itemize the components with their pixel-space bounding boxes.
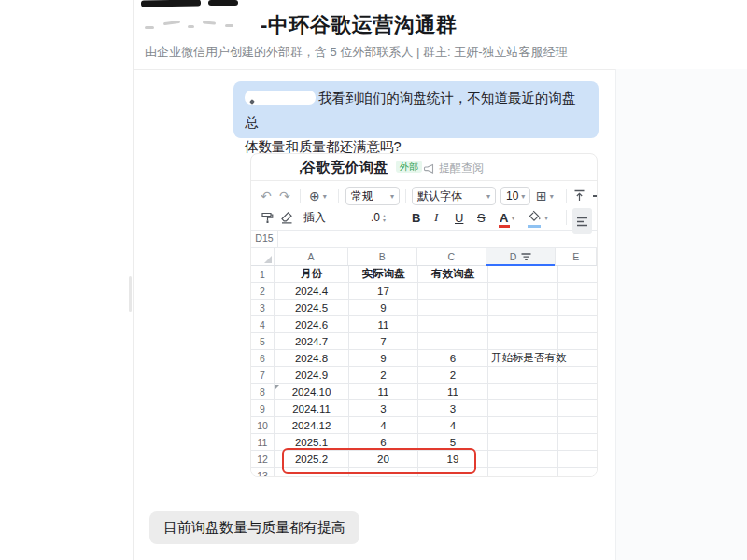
sheet-cell[interactable] [488, 384, 558, 400]
cell-name-box[interactable]: D15 [251, 231, 278, 247]
sheet-cell[interactable]: 20 [349, 451, 418, 468]
sheet-cell[interactable]: 5 [418, 434, 488, 451]
clear-format-button[interactable] [280, 208, 293, 227]
number-format-select[interactable]: 常规▾ [345, 187, 400, 205]
sheet-cell[interactable]: 有效询盘 [418, 266, 488, 283]
row-number[interactable]: 4 [251, 316, 275, 333]
sheet-cell[interactable] [488, 316, 558, 333]
sheet-cell[interactable]: 9 [349, 300, 418, 316]
sheet-cell[interactable]: 2024.12 [275, 417, 349, 434]
sheet-cell[interactable] [488, 400, 558, 417]
row-number[interactable]: 1 [251, 266, 275, 283]
font-size-select[interactable]: 10▾ [500, 187, 530, 205]
sheet-cell[interactable]: 6 [349, 434, 418, 451]
row-number[interactable]: 12 [251, 451, 275, 468]
sheet-cell[interactable] [488, 367, 558, 384]
column-header-D[interactable]: D [486, 248, 556, 265]
sheet-cell[interactable]: 2024.5 [275, 300, 349, 316]
sheet-cell[interactable]: 4 [349, 417, 418, 434]
row-number[interactable]: 6 [251, 350, 275, 367]
sheet-cell[interactable] [558, 367, 598, 384]
sheet-cell[interactable]: 6 [418, 350, 488, 367]
underline-button[interactable]: U [455, 208, 463, 227]
sheet-cell[interactable] [418, 316, 488, 333]
sheet-cell[interactable] [558, 400, 598, 417]
sheet-cell[interactable]: 2024.10 [275, 384, 349, 400]
sheet-cell[interactable] [349, 468, 418, 477]
sheet-cell[interactable]: 实际询盘 [349, 266, 418, 283]
sheet-cell[interactable]: 2024.9 [275, 367, 349, 384]
column-header-A[interactable]: A [275, 248, 348, 265]
sheet-cell[interactable]: 7 [349, 333, 418, 350]
sheet-cell[interactable]: 11 [418, 384, 488, 400]
sheet-cell[interactable] [488, 468, 558, 477]
column-header-E[interactable]: E [556, 248, 597, 265]
row-number[interactable]: 5 [251, 333, 275, 350]
sheet-cell[interactable] [488, 283, 558, 300]
sheet-cell[interactable]: 2024.8 [275, 350, 349, 367]
sheet-cell[interactable] [558, 468, 598, 477]
undo-button[interactable]: ↶ [261, 187, 272, 205]
sheet-cell[interactable] [558, 283, 598, 300]
fill-color-button[interactable]: ▾ [528, 208, 548, 227]
sheet-cell[interactable] [558, 316, 598, 333]
sheet-cell[interactable]: 17 [349, 283, 418, 300]
remind-to-read[interactable]: 提醒查阅 [423, 161, 484, 176]
row-number[interactable]: 2 [251, 283, 275, 300]
sheet-cell[interactable]: 月份 [275, 266, 349, 283]
sheet-cell[interactable]: 4 [418, 417, 488, 434]
redo-button[interactable]: ↷ [279, 187, 290, 205]
sheet-cell[interactable] [418, 468, 488, 477]
sheet-cell[interactable] [488, 451, 558, 468]
sheet-cell[interactable]: 2 [418, 367, 488, 384]
sheet-cell[interactable] [558, 451, 598, 468]
add-button[interactable]: ⊕▾ [309, 187, 327, 205]
sheet-cell[interactable] [418, 300, 488, 316]
sheet-cell[interactable]: 3 [349, 400, 418, 417]
sheet-cell[interactable] [418, 333, 488, 350]
column-header-C[interactable]: C [417, 248, 486, 265]
sheet-cell[interactable]: 9 [349, 350, 418, 367]
scrollbar[interactable] [129, 276, 132, 312]
formula-input[interactable] [278, 231, 597, 247]
sheet-cell[interactable]: 开始标是否有效 [488, 350, 558, 367]
sheet-cell[interactable] [558, 300, 598, 316]
row-number[interactable]: 3 [251, 300, 275, 316]
sheet-cell[interactable] [558, 434, 598, 451]
row-number[interactable]: 13 [251, 468, 275, 477]
font-family-select[interactable]: 默认字体▾ [412, 187, 496, 205]
sheet-cell[interactable]: 11 [349, 384, 418, 400]
sheet-cell[interactable]: 2024.6 [275, 316, 349, 333]
sheet-cell[interactable] [488, 333, 558, 350]
sheet-cell[interactable] [558, 417, 598, 434]
sheet-cell[interactable]: 3 [418, 400, 488, 417]
sheet-cell[interactable] [558, 266, 598, 283]
italic-button[interactable]: I [434, 208, 438, 227]
sheet-cell[interactable] [488, 417, 558, 434]
column-header-B[interactable]: B [348, 248, 416, 265]
bold-button[interactable]: B [412, 208, 420, 227]
vertical-align-top-button[interactable] [573, 187, 585, 205]
sheet-cell[interactable] [488, 266, 558, 283]
row-number[interactable]: 10 [251, 417, 275, 434]
select-all-corner[interactable] [251, 248, 275, 265]
sheet-cell[interactable]: 2024.7 [275, 333, 349, 350]
sheet-cell[interactable]: 2024.4 [275, 283, 349, 300]
sheet-cell[interactable]: 2024.11 [275, 400, 349, 417]
font-color-button[interactable]: A▾ [500, 208, 514, 227]
sheet-cell[interactable] [488, 434, 558, 451]
sheet-cell[interactable]: 2025.1 [275, 434, 349, 451]
row-number[interactable]: 7 [251, 367, 275, 384]
sheet-cell[interactable]: 2 [349, 367, 418, 384]
spreadsheet-card[interactable]: ， 谷歌竞价询盘 外部 提醒查阅 ↶ ↷ ⊕▾ 常规▾ 默认字体▾ 10▾ ⊞▾ [250, 153, 598, 477]
sheet-cell[interactable]: 11 [349, 316, 418, 333]
sheet-cell[interactable] [488, 300, 558, 316]
row-number[interactable]: 8 [251, 384, 275, 400]
sheet-cell[interactable] [418, 283, 488, 300]
sheet-cell[interactable] [275, 468, 349, 477]
align-left-button[interactable] [572, 208, 592, 234]
row-number[interactable]: 11 [251, 434, 275, 451]
sheet-cell[interactable]: 19 [418, 451, 488, 468]
sheet-cell[interactable]: 2025.2 [275, 451, 349, 468]
row-number[interactable]: 9 [251, 400, 275, 417]
